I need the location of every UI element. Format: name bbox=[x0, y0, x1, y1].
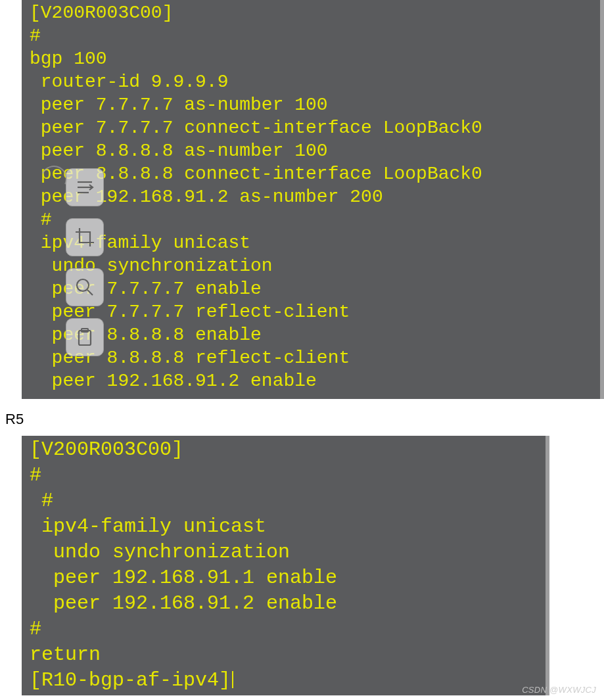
text-cursor bbox=[232, 671, 233, 688]
scrollbar[interactable] bbox=[546, 436, 549, 695]
terminal-1-text: [V200R003C00] # bgp 100 router-id 9.9.9.… bbox=[22, 0, 600, 392]
terminal-window-1: [V200R003C00] # bgp 100 router-id 9.9.9.… bbox=[22, 0, 604, 399]
scrollbar[interactable] bbox=[600, 0, 604, 399]
terminal-window-2: [V200R003C00] # # ipv4-family unicast un… bbox=[22, 436, 604, 695]
router-label-r5: R5 bbox=[5, 411, 604, 428]
terminal-2-text: [V200R003C00] # # ipv4-family unicast un… bbox=[22, 436, 546, 693]
csdn-watermark: CSDN @WXWJCJ bbox=[522, 685, 596, 695]
